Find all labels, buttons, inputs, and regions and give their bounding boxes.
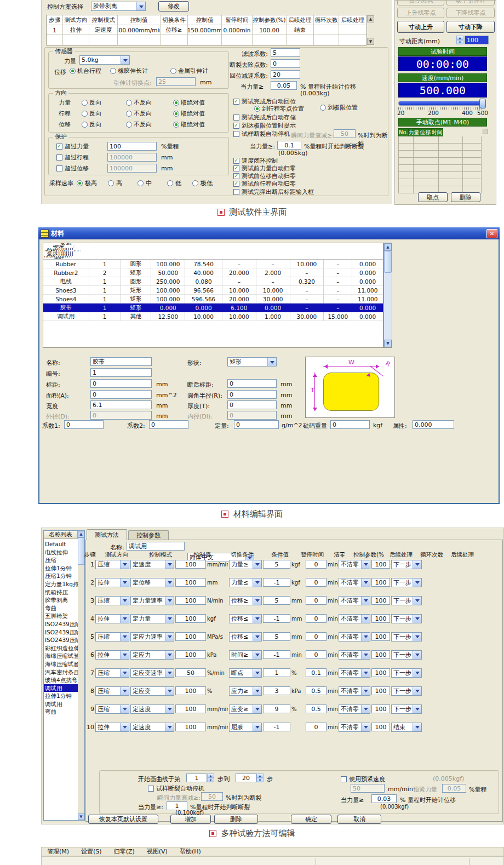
checkbox-icon[interactable]: [56, 154, 62, 161]
list-item[interactable]: 弯曲: [44, 604, 78, 612]
break-remove-input[interactable]: 0: [271, 59, 300, 68]
table-row[interactable]: 电线1 圆形250.000 0.080– –0.320 –0.000: [43, 277, 383, 286]
chevron-down-icon[interactable]: [120, 633, 129, 641]
chevron-down-icon[interactable]: [361, 578, 370, 587]
next-step-select[interactable]: 下一步: [391, 614, 422, 623]
chevron-down-icon[interactable]: [253, 651, 261, 659]
radio-icon[interactable]: [170, 68, 176, 74]
control-value-input[interactable]: 100: [175, 650, 206, 659]
gauge-popup-checkbox[interactable]: 测试完弹出断后标距输入框: [233, 188, 314, 196]
control-param-input[interactable]: 100: [371, 704, 390, 713]
scroll-up-icon[interactable]: ▲: [384, 243, 392, 251]
next-step-select[interactable]: 下一步: [391, 668, 422, 678]
pause-time-input[interactable]: 0: [306, 632, 327, 641]
chevron-down-icon[interactable]: [165, 669, 174, 677]
direction-row[interactable]: 力量 反向 不反向 取绝对值: [52, 97, 226, 108]
chevron-down-icon[interactable]: [120, 597, 129, 605]
break-gauge-input[interactable]: 0: [227, 379, 277, 388]
chevron-down-icon[interactable]: [165, 705, 174, 713]
list-item[interactable]: 拉伸1分钟: [44, 564, 78, 572]
pause-time-input[interactable]: 0: [306, 578, 327, 587]
pause-time-input[interactable]: 0: [306, 723, 327, 731]
control-mode-select[interactable]: 定应变速率: [130, 668, 174, 678]
gauge-input[interactable]: 0: [90, 379, 152, 388]
switch-condition-select[interactable]: 屈服: [229, 723, 262, 732]
list-item[interactable]: 五脚椅架: [44, 612, 78, 620]
number-input[interactable]: 1: [90, 368, 152, 377]
radio-icon[interactable]: [173, 122, 179, 128]
list-item[interactable]: 彩虹织造拉伸: [44, 644, 78, 652]
list-item[interactable]: 汽车密封条压缩: [44, 668, 78, 677]
control-value-input[interactable]: 100: [175, 560, 206, 569]
scroll-thumb[interactable]: [78, 537, 84, 565]
chevron-down-icon[interactable]: [121, 56, 129, 64]
direction-select[interactable]: 拉伸: [95, 723, 129, 732]
chevron-down-icon[interactable]: [120, 560, 129, 569]
pause-time-input[interactable]: 0: [306, 614, 327, 623]
list-item[interactable]: 压缩: [44, 556, 78, 564]
clear-select[interactable]: 不清零: [339, 704, 370, 714]
control-mode-select[interactable]: 定应力: [130, 650, 174, 660]
up-find-zero-button[interactable]: 上升找零点: [397, 8, 444, 18]
condition-value-input[interactable]: -1: [263, 650, 290, 659]
chevron-down-icon[interactable]: [120, 578, 129, 587]
radio-icon[interactable]: [320, 105, 326, 111]
switch-condition-select[interactable]: 位移≤: [229, 632, 262, 641]
clear-select[interactable]: 不清零: [339, 560, 370, 569]
pretension-checkbox[interactable]: 使用预紧速度: [341, 775, 385, 783]
scroll-down-icon[interactable]: ▼: [384, 340, 392, 347]
inner-diameter-input[interactable]: 0: [227, 411, 277, 420]
curve-end-stepper[interactable]: ▲▼: [256, 774, 264, 782]
condition-value-input[interactable]: 5: [263, 560, 290, 569]
chevron-down-icon[interactable]: [120, 615, 129, 623]
control-param-input[interactable]: 100: [371, 596, 390, 605]
chevron-down-icon[interactable]: [413, 669, 421, 677]
menu-item[interactable]: 管理(M): [46, 847, 70, 856]
control-mode-select[interactable]: 定速度: [130, 704, 174, 714]
direction-select[interactable]: 压缩: [95, 686, 129, 696]
control-mode-select[interactable]: 定应力速率: [130, 632, 174, 641]
radio-icon[interactable]: [82, 111, 88, 117]
clear-select[interactable]: 不清零: [339, 578, 370, 587]
switch-condition-select[interactable]: 应力≥: [229, 686, 262, 696]
direction-select[interactable]: 拉伸: [95, 578, 129, 587]
break-force-input[interactable]: 0.1: [277, 141, 301, 150]
next-step-select[interactable]: 下一步: [391, 578, 422, 587]
steps-scroll-up-icon[interactable]: ▲: [367, 15, 374, 22]
condition-value-input[interactable]: -1: [263, 614, 290, 623]
chevron-down-icon[interactable]: [413, 597, 421, 605]
scroll-up-icon[interactable]: ▲: [78, 531, 84, 537]
control-param-input[interactable]: 100: [371, 686, 390, 695]
chevron-down-icon[interactable]: [253, 560, 261, 569]
direction-row[interactable]: 行程 反向 不反向 取绝对值: [52, 108, 226, 119]
extensometer-switch-input[interactable]: 25: [156, 77, 196, 86]
scroll-down-icon[interactable]: ▼: [78, 814, 84, 820]
remove-extensometer-button[interactable]: 取下引伸计: [446, 0, 495, 5]
chevron-down-icon[interactable]: [165, 633, 174, 641]
pretension-speed-input[interactable]: 50: [351, 784, 385, 793]
chevron-down-icon[interactable]: [120, 687, 129, 695]
checkbox-icon[interactable]: [148, 786, 154, 792]
control-mode-select[interactable]: 定速度: [130, 560, 174, 569]
close-icon[interactable]: ✕: [486, 229, 497, 238]
method-list-header[interactable]: 名称列表: [44, 531, 78, 539]
protect-value-input[interactable]: 100000: [107, 164, 157, 173]
break-stop-checkbox[interactable]: 试样断裂自动停机: [233, 130, 290, 138]
next-step-select[interactable]: 下一步: [391, 650, 422, 660]
chevron-down-icon[interactable]: [361, 633, 370, 641]
control-mode-select[interactable]: 定应变: [130, 686, 174, 696]
control-value-input[interactable]: 50: [175, 668, 206, 677]
zero-disp-checkbox[interactable]: 测试前位移自动归零: [233, 172, 296, 180]
add-button[interactable]: 增加: [170, 815, 211, 824]
limit-alert-checkbox[interactable]: 到达极限位置时提示: [233, 122, 296, 130]
direction-select[interactable]: 压缩: [95, 632, 129, 641]
coef2-input[interactable]: 0: [149, 420, 188, 429]
pause-time-input[interactable]: 0: [306, 560, 327, 569]
footer-break-decay-input[interactable]: 50: [201, 792, 223, 801]
switch-condition-select[interactable]: 位移≤: [229, 614, 262, 623]
list-item[interactable]: ISO2439压陷法: [44, 628, 78, 637]
shape-select[interactable]: 矩形: [227, 357, 277, 366]
list-item[interactable]: 调试用: [44, 684, 78, 692]
control-param-input[interactable]: 100: [371, 650, 390, 659]
direction-select[interactable]: 压缩: [95, 704, 129, 714]
